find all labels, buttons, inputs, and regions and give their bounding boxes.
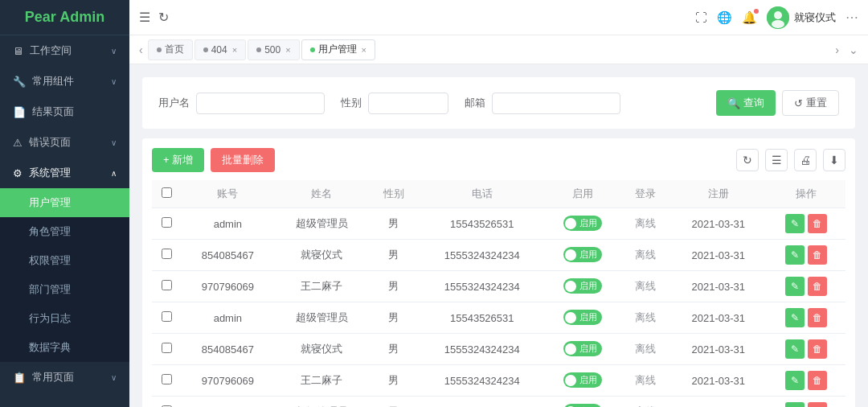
tab-chevron-icon[interactable]: ⌄ bbox=[845, 42, 862, 58]
sidebar-item-system[interactable]: ⚙ 系统管理 ∧ bbox=[0, 158, 129, 188]
tab-user-mgmt[interactable]: 用户管理 × bbox=[301, 39, 375, 60]
enabled-toggle[interactable]: 启用 bbox=[563, 216, 602, 231]
tab-404[interactable]: 404 × bbox=[194, 39, 246, 60]
delete-button[interactable]: 🗑 bbox=[808, 245, 827, 265]
sidebar-item-label: 错误页面 bbox=[29, 135, 71, 150]
add-button[interactable]: + 新增 bbox=[152, 148, 204, 172]
fullscreen-icon[interactable]: ⛶ bbox=[695, 10, 707, 24]
enabled-toggle[interactable]: 启用 bbox=[563, 404, 602, 407]
delete-button[interactable]: 🗑 bbox=[808, 339, 827, 359]
export-button[interactable]: ⬇ bbox=[823, 149, 845, 171]
avatar bbox=[767, 6, 789, 29]
edit-button[interactable]: ✎ bbox=[785, 214, 805, 233]
action-cell: ✎ 🗑 bbox=[774, 339, 837, 359]
refresh-icon[interactable]: ↻ bbox=[158, 10, 169, 25]
topbar: ☰ ↻ ⛶ 🌐 🔔 就寝仪式 ⋯ bbox=[129, 0, 868, 35]
edit-button[interactable]: ✎ bbox=[785, 277, 805, 296]
gender-label: 性别 bbox=[341, 96, 362, 110]
cell-login: 离线 bbox=[620, 397, 670, 408]
tab-close-icon[interactable]: × bbox=[362, 45, 366, 55]
table-row: 854085467 就寝仪式 男 1555324324234 启用 离线 202… bbox=[152, 240, 845, 271]
menu-icon[interactable]: ☰ bbox=[139, 10, 150, 25]
enabled-label: 启用 bbox=[579, 217, 597, 229]
row-checkbox-cell bbox=[152, 397, 181, 408]
toggle-circle bbox=[565, 312, 576, 323]
notification-icon[interactable]: 🔔 bbox=[742, 10, 757, 25]
username-input[interactable] bbox=[196, 92, 325, 114]
row-checkbox-cell bbox=[152, 365, 181, 397]
tab-close-icon[interactable]: × bbox=[285, 45, 290, 55]
topbar-left: ☰ ↻ bbox=[139, 10, 169, 25]
table-toolbar-right: ↻ ☰ 🖨 ⬇ bbox=[736, 149, 845, 171]
tab-nav-prev[interactable]: ‹ bbox=[136, 43, 146, 56]
sidebar-item-role-mgmt[interactable]: 角色管理 bbox=[0, 217, 129, 246]
more-icon[interactable]: ⋯ bbox=[845, 10, 858, 25]
username-field: 用户名 bbox=[158, 92, 325, 114]
select-all-checkbox[interactable] bbox=[162, 187, 172, 198]
column-settings-button[interactable]: ☰ bbox=[765, 149, 788, 171]
refresh-table-button[interactable]: ↻ bbox=[736, 149, 759, 171]
tab-nav-right[interactable]: › bbox=[832, 42, 842, 58]
sidebar-item-user-mgmt[interactable]: 用户管理 bbox=[0, 188, 129, 217]
cell-login: 离线 bbox=[620, 271, 670, 302]
delete-button[interactable]: 🗑 bbox=[808, 277, 827, 296]
cell-phone: 15543526531 bbox=[420, 302, 545, 334]
sidebar-item-result[interactable]: 📄 结果页面 bbox=[0, 97, 129, 127]
cell-enabled: 启用 bbox=[545, 397, 620, 408]
row-checkbox[interactable] bbox=[162, 311, 172, 322]
globe-icon[interactable]: 🌐 bbox=[717, 10, 732, 25]
sidebar-item-workspace[interactable]: 🖥 工作空间 ∨ bbox=[0, 35, 129, 66]
enabled-toggle[interactable]: 启用 bbox=[563, 247, 602, 262]
user-avatar-wrap[interactable]: 就寝仪式 bbox=[767, 6, 836, 29]
edit-button[interactable]: ✎ bbox=[785, 339, 805, 359]
table-header-row: 账号 姓名 性别 电话 启用 登录 注册 操作 bbox=[152, 180, 845, 208]
header-actions: 操作 bbox=[766, 180, 845, 208]
reset-button[interactable]: ↺ 重置 bbox=[782, 90, 839, 116]
tab-close-icon[interactable]: × bbox=[232, 45, 237, 55]
action-cell: ✎ 🗑 bbox=[774, 245, 837, 265]
tab-home[interactable]: 首页 bbox=[148, 39, 193, 60]
batch-delete-button[interactable]: 批量删除 bbox=[211, 148, 275, 172]
tab-500[interactable]: 500 × bbox=[248, 39, 299, 60]
cell-account: admin bbox=[181, 208, 275, 240]
enabled-toggle[interactable]: 启用 bbox=[563, 341, 602, 356]
sidebar-item-permission-mgmt[interactable]: 权限管理 bbox=[0, 246, 129, 275]
gender-input[interactable] bbox=[368, 92, 448, 114]
row-checkbox[interactable] bbox=[162, 374, 172, 384]
row-checkbox[interactable] bbox=[162, 217, 172, 228]
cell-enabled: 启用 bbox=[545, 208, 620, 240]
sidebar-item-error[interactable]: ⚠ 错误页面 ∨ bbox=[0, 127, 129, 158]
cell-actions: ✎ 🗑 bbox=[766, 397, 845, 408]
cell-account: 854085467 bbox=[181, 334, 275, 365]
enabled-label: 启用 bbox=[579, 249, 597, 261]
cell-gender: 男 bbox=[368, 397, 419, 408]
cell-actions: ✎ 🗑 bbox=[766, 208, 845, 240]
row-checkbox[interactable] bbox=[162, 249, 172, 259]
edit-button[interactable]: ✎ bbox=[785, 245, 805, 265]
delete-button[interactable]: 🗑 bbox=[808, 371, 827, 390]
print-button[interactable]: 🖨 bbox=[794, 149, 817, 171]
row-checkbox[interactable] bbox=[162, 280, 172, 290]
delete-button[interactable]: 🗑 bbox=[808, 402, 827, 407]
sidebar-item-common[interactable]: 📋 常用页面 ∨ bbox=[0, 362, 129, 393]
sidebar-item-dept-mgmt[interactable]: 部门管理 bbox=[0, 275, 129, 304]
email-label: 邮箱 bbox=[465, 96, 485, 110]
row-checkbox[interactable] bbox=[162, 343, 172, 353]
sidebar-item-data-dict[interactable]: 数据字典 bbox=[0, 333, 129, 362]
delete-button[interactable]: 🗑 bbox=[808, 308, 827, 327]
edit-button[interactable]: ✎ bbox=[785, 371, 805, 390]
edit-button[interactable]: ✎ bbox=[785, 308, 805, 327]
header-enabled: 启用 bbox=[545, 180, 620, 208]
sidebar-item-components[interactable]: 🔧 常用组件 ∨ bbox=[0, 66, 129, 97]
edit-button[interactable]: ✎ bbox=[785, 402, 805, 407]
enabled-toggle[interactable]: 启用 bbox=[563, 310, 602, 325]
query-button[interactable]: 🔍 查询 bbox=[716, 90, 776, 116]
topbar-right: ⛶ 🌐 🔔 就寝仪式 ⋯ bbox=[695, 6, 858, 29]
email-input[interactable] bbox=[492, 92, 620, 114]
sidebar-item-behavior-log[interactable]: 行为日志 bbox=[0, 304, 129, 333]
delete-button[interactable]: 🗑 bbox=[808, 214, 827, 233]
cell-actions: ✎ 🗑 bbox=[766, 365, 845, 397]
enabled-toggle[interactable]: 启用 bbox=[563, 278, 602, 294]
enabled-toggle[interactable]: 启用 bbox=[563, 372, 602, 388]
components-icon: 🔧 bbox=[13, 76, 26, 88]
